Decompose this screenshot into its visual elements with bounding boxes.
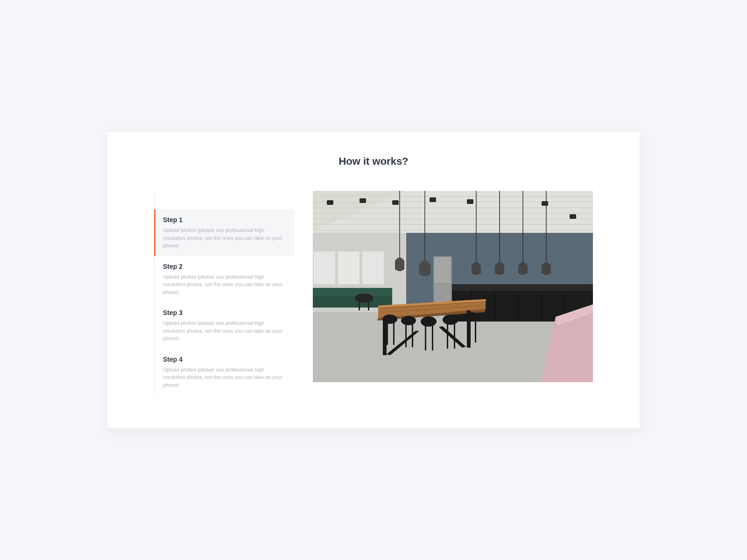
steps-list: Step 1 Upload photos (please use profess… [154, 191, 294, 395]
svg-rect-17 [359, 198, 366, 203]
svg-rect-63 [454, 322, 455, 349]
step-2[interactable]: Step 2 Upload photos (please use profess… [155, 256, 294, 303]
svg-rect-56 [405, 323, 407, 347]
svg-rect-37 [434, 257, 451, 283]
svg-rect-18 [392, 200, 399, 205]
svg-rect-20 [467, 199, 473, 204]
content-row: Step 1 Upload photos (please use profess… [154, 191, 593, 395]
step-4[interactable]: Step 4 Upload photos (please use profess… [155, 349, 294, 396]
step-title: Step 2 [163, 263, 286, 270]
interior-illustration-icon [313, 191, 593, 382]
step-desc: Upload photos (please use professional h… [163, 319, 286, 343]
svg-rect-30 [448, 284, 593, 291]
step-title: Step 4 [163, 356, 286, 363]
section-title: How it works? [154, 155, 593, 168]
svg-point-64 [464, 312, 479, 322]
svg-rect-60 [432, 324, 433, 350]
step-title: Step 3 [163, 309, 286, 316]
svg-rect-6 [362, 252, 384, 284]
svg-rect-70 [368, 302, 369, 310]
step-desc: Upload photos (please use professional h… [163, 273, 286, 296]
svg-rect-69 [359, 302, 360, 310]
step-desc: Upload photos (please use professional h… [163, 366, 286, 389]
svg-point-52 [382, 315, 397, 324]
step-desc: Upload photos (please use professional h… [163, 226, 286, 250]
svg-rect-39 [313, 288, 392, 296]
how-it-works-card: How it works? Step 1 Upload photos (plea… [107, 132, 640, 428]
svg-point-58 [421, 316, 437, 327]
svg-rect-57 [412, 323, 413, 347]
svg-rect-16 [327, 200, 333, 205]
svg-rect-48 [383, 318, 387, 355]
svg-rect-59 [425, 324, 426, 350]
svg-rect-53 [387, 322, 388, 345]
svg-rect-54 [393, 322, 395, 345]
svg-rect-62 [447, 322, 448, 349]
step-title: Step 1 [163, 216, 286, 224]
svg-rect-19 [430, 197, 436, 202]
svg-rect-68 [357, 294, 372, 299]
step-3[interactable]: Step 3 Upload photos (please use profess… [155, 302, 294, 349]
svg-rect-21 [542, 201, 548, 206]
svg-point-61 [443, 315, 458, 325]
svg-rect-22 [570, 214, 576, 219]
svg-rect-66 [475, 319, 476, 343]
svg-rect-65 [468, 319, 470, 343]
hero-image [313, 191, 593, 395]
svg-rect-5 [338, 252, 359, 284]
svg-point-55 [401, 316, 416, 325]
step-1[interactable]: Step 1 Upload photos (please use profess… [155, 210, 294, 256]
svg-rect-4 [314, 252, 335, 284]
